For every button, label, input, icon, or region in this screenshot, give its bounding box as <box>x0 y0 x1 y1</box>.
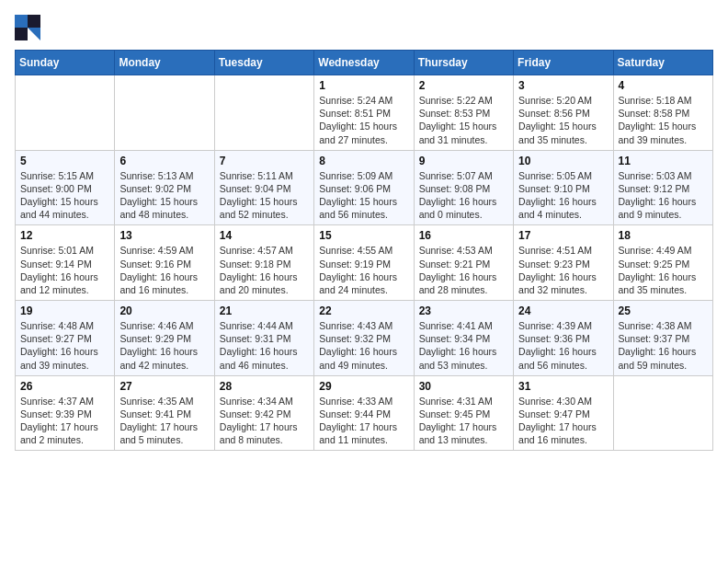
calendar-cell: 13Sunrise: 4:59 AM Sunset: 9:16 PM Dayli… <box>115 225 214 301</box>
day-info: Sunrise: 4:59 AM Sunset: 9:16 PM Dayligh… <box>119 244 209 296</box>
day-number: 21 <box>220 304 309 317</box>
day-number: 13 <box>119 229 209 242</box>
svg-rect-1 <box>28 15 40 28</box>
calendar-cell: 30Sunrise: 4:31 AM Sunset: 9:45 PM Dayli… <box>414 375 513 451</box>
day-info: Sunrise: 5:05 AM Sunset: 9:10 PM Dayligh… <box>518 169 608 222</box>
day-info: Sunrise: 5:22 AM Sunset: 8:53 PM Dayligh… <box>419 94 508 146</box>
calendar-cell: 20Sunrise: 4:46 AM Sunset: 9:29 PM Dayli… <box>115 301 214 376</box>
day-info: Sunrise: 5:18 AM Sunset: 8:58 PM Dayligh… <box>619 94 708 146</box>
day-number: 5 <box>20 155 109 167</box>
svg-marker-3 <box>28 28 40 40</box>
day-number: 22 <box>319 304 408 317</box>
day-info: Sunrise: 5:11 AM Sunset: 9:04 PM Dayligh… <box>220 169 309 222</box>
day-number: 27 <box>119 380 209 393</box>
column-header-sunday: Sunday <box>16 51 115 75</box>
day-info: Sunrise: 4:37 AM Sunset: 9:39 PM Dayligh… <box>20 395 109 447</box>
day-info: Sunrise: 4:57 AM Sunset: 9:18 PM Dayligh… <box>220 244 309 296</box>
day-number: 29 <box>319 380 408 393</box>
day-info: Sunrise: 4:39 AM Sunset: 9:36 PM Dayligh… <box>518 319 608 372</box>
calendar-cell: 3Sunrise: 5:20 AM Sunset: 8:56 PM Daylig… <box>514 75 613 151</box>
svg-rect-0 <box>15 15 28 28</box>
calendar-cell: 10Sunrise: 5:05 AM Sunset: 9:10 PM Dayli… <box>514 150 613 225</box>
column-header-saturday: Saturday <box>613 51 712 75</box>
day-info: Sunrise: 4:55 AM Sunset: 9:19 PM Dayligh… <box>319 244 408 296</box>
day-info: Sunrise: 4:43 AM Sunset: 9:32 PM Dayligh… <box>319 319 408 372</box>
calendar-cell <box>214 75 313 151</box>
day-number: 12 <box>20 229 109 242</box>
calendar-table: SundayMondayTuesdayWednesdayThursdayFrid… <box>15 50 713 451</box>
day-info: Sunrise: 5:03 AM Sunset: 9:12 PM Dayligh… <box>619 169 708 222</box>
day-number: 8 <box>319 155 408 167</box>
day-number: 20 <box>119 304 209 317</box>
day-number: 14 <box>220 229 309 242</box>
calendar-cell: 21Sunrise: 4:44 AM Sunset: 9:31 PM Dayli… <box>214 301 313 376</box>
calendar-cell: 31Sunrise: 4:30 AM Sunset: 9:47 PM Dayli… <box>514 375 613 451</box>
calendar-cell: 26Sunrise: 4:37 AM Sunset: 9:39 PM Dayli… <box>16 375 115 451</box>
day-number: 4 <box>619 79 708 92</box>
calendar-cell: 23Sunrise: 4:41 AM Sunset: 9:34 PM Dayli… <box>414 301 513 376</box>
calendar-cell: 24Sunrise: 4:39 AM Sunset: 9:36 PM Dayli… <box>514 301 613 376</box>
day-number: 24 <box>518 304 608 317</box>
calendar-cell: 17Sunrise: 4:51 AM Sunset: 9:23 PM Dayli… <box>514 225 613 301</box>
day-number: 26 <box>20 380 109 393</box>
day-number: 11 <box>619 155 708 167</box>
logo <box>15 15 44 40</box>
calendar-cell: 6Sunrise: 5:13 AM Sunset: 9:02 PM Daylig… <box>115 150 214 225</box>
day-info: Sunrise: 5:20 AM Sunset: 8:56 PM Dayligh… <box>518 94 608 146</box>
calendar-cell: 7Sunrise: 5:11 AM Sunset: 9:04 PM Daylig… <box>214 150 313 225</box>
day-number: 30 <box>419 380 508 393</box>
calendar-week-row: 19Sunrise: 4:48 AM Sunset: 9:27 PM Dayli… <box>16 301 713 376</box>
calendar-cell: 28Sunrise: 4:34 AM Sunset: 9:42 PM Dayli… <box>214 375 313 451</box>
day-number: 7 <box>220 155 309 167</box>
day-number: 19 <box>20 304 109 317</box>
logo-icon <box>15 15 40 40</box>
column-header-thursday: Thursday <box>414 51 513 75</box>
day-info: Sunrise: 4:31 AM Sunset: 9:45 PM Dayligh… <box>419 395 508 447</box>
calendar-cell: 19Sunrise: 4:48 AM Sunset: 9:27 PM Dayli… <box>16 301 115 376</box>
day-number: 1 <box>319 79 408 92</box>
day-number: 10 <box>518 155 608 167</box>
column-header-monday: Monday <box>115 51 214 75</box>
day-info: Sunrise: 5:15 AM Sunset: 9:00 PM Dayligh… <box>20 169 109 222</box>
calendar-cell <box>613 375 712 451</box>
day-info: Sunrise: 5:01 AM Sunset: 9:14 PM Dayligh… <box>20 244 109 296</box>
calendar-week-row: 12Sunrise: 5:01 AM Sunset: 9:14 PM Dayli… <box>16 225 713 301</box>
day-info: Sunrise: 4:49 AM Sunset: 9:25 PM Dayligh… <box>619 244 708 296</box>
calendar-cell: 14Sunrise: 4:57 AM Sunset: 9:18 PM Dayli… <box>214 225 313 301</box>
calendar-cell: 1Sunrise: 5:24 AM Sunset: 8:51 PM Daylig… <box>314 75 414 151</box>
calendar-cell: 4Sunrise: 5:18 AM Sunset: 8:58 PM Daylig… <box>613 75 712 151</box>
day-number: 28 <box>220 380 309 393</box>
column-header-friday: Friday <box>514 51 613 75</box>
day-info: Sunrise: 4:30 AM Sunset: 9:47 PM Dayligh… <box>518 395 608 447</box>
day-number: 2 <box>419 79 508 92</box>
calendar-cell: 12Sunrise: 5:01 AM Sunset: 9:14 PM Dayli… <box>16 225 115 301</box>
day-number: 3 <box>518 79 608 92</box>
day-number: 9 <box>419 155 508 167</box>
day-info: Sunrise: 4:35 AM Sunset: 9:41 PM Dayligh… <box>119 395 209 447</box>
day-info: Sunrise: 4:34 AM Sunset: 9:42 PM Dayligh… <box>220 395 309 447</box>
day-info: Sunrise: 5:09 AM Sunset: 9:06 PM Dayligh… <box>319 169 408 222</box>
day-number: 25 <box>619 304 708 317</box>
calendar-week-row: 1Sunrise: 5:24 AM Sunset: 8:51 PM Daylig… <box>16 75 713 151</box>
day-info: Sunrise: 5:24 AM Sunset: 8:51 PM Dayligh… <box>319 94 408 146</box>
calendar-cell: 11Sunrise: 5:03 AM Sunset: 9:12 PM Dayli… <box>613 150 712 225</box>
calendar-cell: 18Sunrise: 4:49 AM Sunset: 9:25 PM Dayli… <box>613 225 712 301</box>
day-info: Sunrise: 4:51 AM Sunset: 9:23 PM Dayligh… <box>518 244 608 296</box>
svg-rect-2 <box>15 28 28 40</box>
calendar-cell: 8Sunrise: 5:09 AM Sunset: 9:06 PM Daylig… <box>314 150 414 225</box>
day-info: Sunrise: 4:44 AM Sunset: 9:31 PM Dayligh… <box>220 319 309 372</box>
calendar-cell: 5Sunrise: 5:15 AM Sunset: 9:00 PM Daylig… <box>16 150 115 225</box>
day-number: 23 <box>419 304 508 317</box>
day-info: Sunrise: 4:53 AM Sunset: 9:21 PM Dayligh… <box>419 244 508 296</box>
calendar-week-row: 26Sunrise: 4:37 AM Sunset: 9:39 PM Dayli… <box>16 375 713 451</box>
calendar-week-row: 5Sunrise: 5:15 AM Sunset: 9:00 PM Daylig… <box>16 150 713 225</box>
day-number: 31 <box>518 380 608 393</box>
calendar-cell: 27Sunrise: 4:35 AM Sunset: 9:41 PM Dayli… <box>115 375 214 451</box>
calendar-cell <box>16 75 115 151</box>
day-info: Sunrise: 4:46 AM Sunset: 9:29 PM Dayligh… <box>119 319 209 372</box>
day-number: 16 <box>419 229 508 242</box>
day-info: Sunrise: 5:07 AM Sunset: 9:08 PM Dayligh… <box>419 169 508 222</box>
calendar-header-row: SundayMondayTuesdayWednesdayThursdayFrid… <box>16 51 713 75</box>
column-header-wednesday: Wednesday <box>314 51 414 75</box>
day-number: 6 <box>119 155 209 167</box>
